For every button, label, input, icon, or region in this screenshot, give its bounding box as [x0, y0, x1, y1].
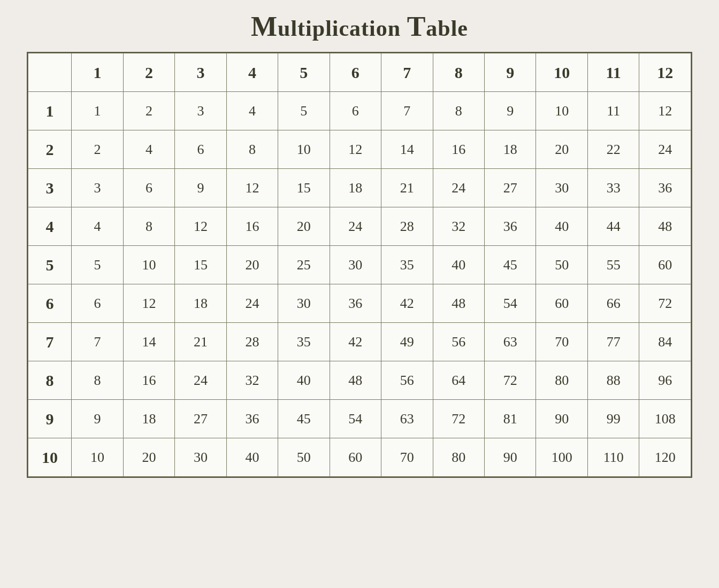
table-cell: 36	[639, 169, 691, 207]
table-cell: 54	[330, 400, 381, 438]
table-cell: 18	[123, 400, 174, 438]
row-header-9: 9	[28, 400, 72, 438]
table-cell: 25	[278, 246, 330, 284]
table-cell: 18	[330, 169, 381, 207]
table-cell: 60	[330, 438, 381, 477]
table-cell: 70	[381, 438, 433, 477]
row-header-5: 5	[28, 246, 72, 284]
row-header-1: 1	[28, 92, 72, 130]
table-cell: 63	[484, 323, 536, 361]
table-cell: 2	[123, 92, 174, 130]
table-cell: 2	[72, 130, 123, 169]
table-cell: 6	[72, 284, 123, 323]
table-cell: 6	[123, 169, 174, 207]
table-cell: 44	[587, 207, 639, 246]
table-cell: 96	[639, 361, 691, 400]
col-header-1: 1	[72, 53, 123, 92]
table-cell: 6	[175, 130, 226, 169]
table-cell: 54	[484, 284, 536, 323]
table-cell: 45	[484, 246, 536, 284]
table-cell: 12	[639, 92, 691, 130]
table-cell: 30	[175, 438, 226, 477]
table-cell: 70	[536, 323, 587, 361]
table-cell: 42	[330, 323, 381, 361]
table-cell: 7	[72, 323, 123, 361]
col-header-11: 11	[587, 53, 639, 92]
table-cell: 80	[536, 361, 587, 400]
table-cell: 9	[484, 92, 536, 130]
table-cell: 108	[639, 400, 691, 438]
table-cell: 120	[639, 438, 691, 477]
table-cell: 9	[72, 400, 123, 438]
col-header-12: 12	[639, 53, 691, 92]
table-cell: 14	[381, 130, 433, 169]
table-row: 771421283542495663707784	[28, 323, 691, 361]
table-cell: 8	[433, 92, 484, 130]
table-cell: 21	[381, 169, 433, 207]
row-header-2: 2	[28, 130, 72, 169]
table-cell: 36	[226, 400, 278, 438]
table-cell: 50	[278, 438, 330, 477]
multiplication-table: 1234567891011121123456789101112224681012…	[28, 53, 691, 477]
table-cell: 49	[381, 323, 433, 361]
table-cell: 3	[175, 92, 226, 130]
table-cell: 40	[226, 438, 278, 477]
table-cell: 48	[639, 207, 691, 246]
table-cell: 48	[433, 284, 484, 323]
table-cell: 4	[123, 130, 174, 169]
table-cell: 12	[175, 207, 226, 246]
table-cell: 32	[433, 207, 484, 246]
table-row: 661218243036424854606672	[28, 284, 691, 323]
table-cell: 36	[330, 284, 381, 323]
table-cell: 30	[330, 246, 381, 284]
table-cell: 63	[381, 400, 433, 438]
table-cell: 72	[484, 361, 536, 400]
table-cell: 72	[433, 400, 484, 438]
col-header-6: 6	[330, 53, 381, 92]
table-cell: 28	[226, 323, 278, 361]
table-cell: 10	[72, 438, 123, 477]
table-cell: 27	[175, 400, 226, 438]
table-row: 3369121518212427303336	[28, 169, 691, 207]
table-cell: 24	[639, 130, 691, 169]
table-cell: 15	[175, 246, 226, 284]
row-header-3: 3	[28, 169, 72, 207]
table-cell: 35	[381, 246, 433, 284]
col-header-9: 9	[484, 53, 536, 92]
table-cell: 8	[226, 130, 278, 169]
table-row: 881624324048566472808896	[28, 361, 691, 400]
table-cell: 20	[536, 130, 587, 169]
table-cell: 15	[278, 169, 330, 207]
table-cell: 22	[587, 130, 639, 169]
table-cell: 10	[536, 92, 587, 130]
table-cell: 30	[536, 169, 587, 207]
table-cell: 5	[72, 246, 123, 284]
table-cell: 64	[433, 361, 484, 400]
table-cell: 21	[175, 323, 226, 361]
table-cell: 20	[226, 246, 278, 284]
row-header-10: 10	[28, 438, 72, 477]
table-row: 1123456789101112	[28, 92, 691, 130]
table-cell: 42	[381, 284, 433, 323]
row-header-8: 8	[28, 361, 72, 400]
table-cell: 12	[226, 169, 278, 207]
table-cell: 55	[587, 246, 639, 284]
table-cell: 16	[226, 207, 278, 246]
corner-cell	[28, 53, 72, 92]
table-cell: 56	[433, 323, 484, 361]
table-row: 10102030405060708090100110120	[28, 438, 691, 477]
table-cell: 24	[226, 284, 278, 323]
table-cell: 18	[175, 284, 226, 323]
table-cell: 100	[536, 438, 587, 477]
table-cell: 48	[330, 361, 381, 400]
table-cell: 12	[330, 130, 381, 169]
table-cell: 8	[123, 207, 174, 246]
table-cell: 72	[639, 284, 691, 323]
table-cell: 90	[536, 400, 587, 438]
table-row: 224681012141618202224	[28, 130, 691, 169]
table-cell: 1	[72, 92, 123, 130]
table-row: 9918273645546372819099108	[28, 400, 691, 438]
table-cell: 110	[587, 438, 639, 477]
table-cell: 35	[278, 323, 330, 361]
table-cell: 18	[484, 130, 536, 169]
